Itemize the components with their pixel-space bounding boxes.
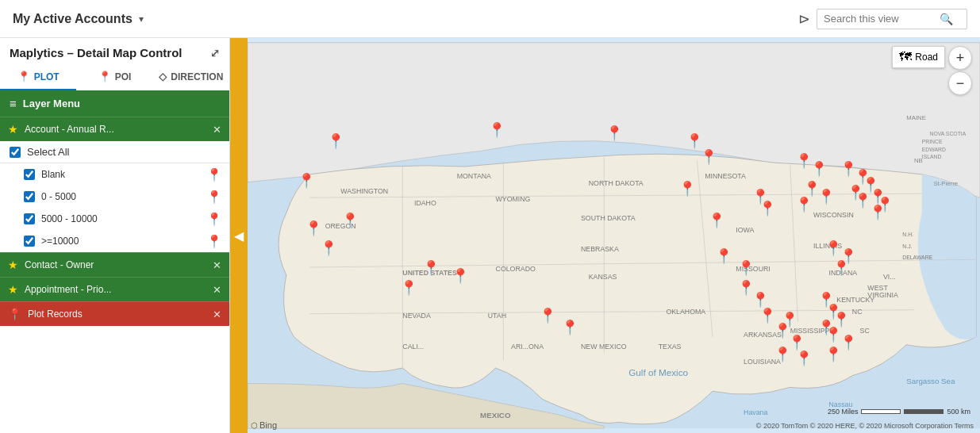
svg-text:Gulf of Mexico: Gulf of Mexico: [628, 367, 688, 377]
header-left: My Active Accounts ▾: [13, 12, 144, 26]
close-appointment-button[interactable]: ✕: [213, 284, 221, 296]
svg-text:VI...: VI...: [883, 273, 896, 281]
header-right: ⊳ 🔍: [798, 9, 967, 29]
scale-segment-dark: [904, 409, 943, 414]
close-contact-owner-button[interactable]: ✕: [213, 259, 221, 271]
svg-text:NEBRASKA: NEBRASKA: [581, 246, 619, 254]
map-type-label: Road: [915, 52, 938, 63]
search-box: 🔍: [817, 9, 967, 29]
legend-blank-dot: 📍: [209, 167, 220, 182]
legend-5000-10000-dot: 📍: [209, 212, 220, 226]
legend-gte-10000-checkbox[interactable]: [24, 236, 35, 247]
svg-text:ISLAND: ISLAND: [922, 154, 942, 159]
svg-text:WISCONSIN: WISCONSIN: [813, 211, 854, 219]
svg-text:OREGON: OREGON: [325, 222, 356, 230]
svg-text:St-Pierre: St-Pierre: [933, 180, 958, 187]
svg-text:LOUISIANA: LOUISIANA: [744, 358, 781, 366]
svg-text:N.H.: N.H.: [902, 232, 913, 237]
legend-blank-label: Blank: [41, 169, 65, 180]
layer-plot-label: Plot Records: [28, 308, 206, 320]
map-type-icon: 🗺: [899, 50, 912, 64]
legend-5000-10000-label: 5000 - 10000: [41, 213, 98, 224]
gte-10000-pin-icon: 📍: [206, 234, 222, 249]
layer-appointment: ★ Appointment - Prio... ✕: [0, 277, 229, 301]
layer-account-annual: ★ Account - Annual R... ✕: [0, 117, 229, 141]
svg-text:IDAHO: IDAHO: [414, 199, 436, 207]
tab-plot-label: PLOT: [34, 71, 60, 82]
svg-text:PRINCE: PRINCE: [922, 139, 943, 144]
svg-text:MEXICO: MEXICO: [480, 412, 511, 420]
legend-0-5000-checkbox[interactable]: [24, 191, 35, 202]
attribution-text: © 2020 TomTom © 2020 HERE, © 2020 Micros…: [756, 422, 974, 430]
svg-text:UTAH: UTAH: [488, 312, 506, 320]
select-all-label: Select All: [27, 146, 69, 158]
select-all-checkbox[interactable]: [10, 147, 21, 158]
app-header: My Active Accounts ▾ ⊳ 🔍: [0, 0, 980, 38]
svg-text:NEVADA: NEVADA: [402, 312, 431, 320]
expand-icon[interactable]: ⤢: [210, 47, 220, 59]
map-type-button[interactable]: 🗺 Road: [892, 46, 945, 68]
svg-text:SC: SC: [860, 327, 870, 335]
svg-text:COLORADO: COLORADO: [496, 265, 536, 273]
0-5000-pin-icon: 📍: [206, 190, 222, 205]
layer-contact-label: Contact - Owner: [25, 259, 206, 270]
svg-text:N.J.: N.J.: [902, 243, 912, 249]
bing-icon: ⬡: [251, 421, 258, 430]
close-plot-records-button[interactable]: ✕: [213, 308, 221, 320]
svg-text:WASHINGTON: WASHINGTON: [340, 187, 388, 195]
legend-blank-checkbox[interactable]: [24, 169, 35, 180]
svg-text:WYOMING: WYOMING: [496, 195, 531, 203]
zoom-out-button[interactable]: −: [948, 71, 972, 95]
zoom-in-button[interactable]: +: [948, 46, 972, 70]
tab-poi-label: POI: [115, 71, 132, 82]
layer-contact-owner: ★ Contact - Owner ✕: [0, 252, 229, 277]
svg-text:EDWARD: EDWARD: [922, 147, 946, 152]
svg-text:OKLAHOMA: OKLAHOMA: [666, 308, 705, 316]
svg-text:MINNESOTA: MINNESOTA: [705, 172, 746, 180]
legend-5000-10000-checkbox[interactable]: [24, 213, 35, 224]
svg-text:INDIANA: INDIANA: [829, 269, 858, 277]
collapse-sidebar-button[interactable]: ◀: [230, 38, 248, 433]
tab-direction[interactable]: ◇ DIRECTION: [153, 64, 229, 90]
layer-menu-header: ≡ Layer Menu: [0, 90, 229, 117]
scale-250-label: 250 Miles: [828, 408, 859, 416]
scale-bar: 250 Miles 500 km: [828, 408, 970, 416]
legend-gte-10000-dot: 📍: [209, 234, 220, 248]
star-appointment-icon: ★: [8, 283, 18, 296]
legend-0-5000-label: 0 - 5000: [41, 191, 76, 202]
title-chevron-icon[interactable]: ▾: [139, 13, 144, 25]
svg-text:NEW MEXICO: NEW MEXICO: [581, 343, 627, 351]
scale-line: 250 Miles 500 km: [828, 408, 970, 416]
blank-pin-icon: 📍: [206, 167, 222, 182]
page-title: My Active Accounts: [13, 12, 133, 26]
svg-text:UNITED STATES: UNITED STATES: [402, 269, 457, 277]
close-account-annual-button[interactable]: ✕: [213, 124, 221, 136]
search-icon: 🔍: [940, 13, 953, 25]
tab-direction-label: DIRECTION: [171, 71, 223, 82]
legend-0-5000-dot: 📍: [209, 190, 220, 204]
search-input[interactable]: [824, 13, 935, 25]
tab-poi[interactable]: 📍 POI: [76, 64, 152, 90]
svg-text:CALI...: CALI...: [402, 343, 424, 351]
svg-text:NORTH DAKOTA: NORTH DAKOTA: [589, 179, 644, 187]
svg-text:MISSOURI: MISSOURI: [736, 265, 770, 273]
map-area[interactable]: Gulf of Mexico OREGON WASHINGTON IDAHO W…: [248, 38, 980, 433]
main-content: Maplytics – Detail Map Control ⤢ 📍 PLOT …: [0, 38, 980, 433]
bing-label: Bing: [259, 420, 277, 430]
tab-bar: 📍 PLOT 📍 POI ◇ DIRECTION: [0, 64, 229, 90]
svg-text:NC: NC: [852, 308, 863, 316]
maplytics-title: Maplytics – Detail Map Control ⤢: [0, 38, 229, 64]
pin-plot-icon: 📍: [8, 308, 21, 320]
svg-text:ILLINOIS: ILLINOIS: [813, 242, 842, 250]
legend-5000-10000: 5000 - 10000 📍: [0, 208, 229, 230]
layer-appointment-label: Appointment - Prio...: [25, 284, 206, 295]
legend-blank: Blank 📍: [0, 163, 229, 186]
filter-icon[interactable]: ⊳: [798, 10, 810, 28]
scale-segment-white: [861, 409, 901, 414]
tab-plot[interactable]: 📍 PLOT: [0, 64, 76, 90]
layer-menu-label: Layer Menu: [23, 98, 80, 109]
svg-text:SOUTH DAKOTA: SOUTH DAKOTA: [581, 214, 636, 222]
bing-logo: ⬡ Bing: [251, 420, 277, 430]
select-all-row: Select All: [0, 141, 229, 163]
collapse-arrow-icon: ◀: [234, 228, 244, 243]
